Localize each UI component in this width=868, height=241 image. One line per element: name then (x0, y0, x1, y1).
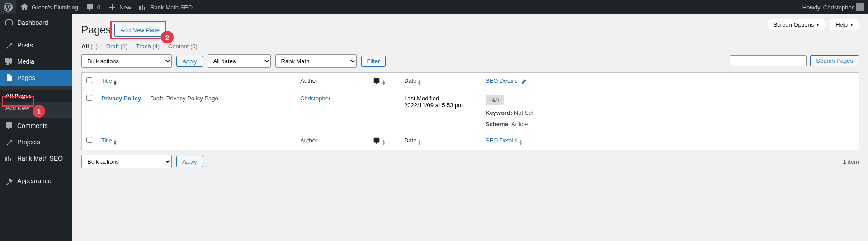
items-count-bottom: 1 item (843, 158, 859, 165)
add-new-page-button[interactable]: Add New Page (114, 24, 165, 37)
filter-button[interactable]: Filter (361, 56, 386, 67)
row-comments: — (368, 90, 400, 132)
filter-all[interactable]: All (81, 43, 89, 50)
pin-icon (5, 41, 14, 50)
col-title-footer[interactable]: Title (97, 132, 296, 150)
menu-media[interactable]: Media (0, 53, 72, 70)
menu-rankmath[interactable]: Rank Math SEO (0, 150, 72, 166)
admin-sidebar: Dashboard Posts Media Pages All Pages Ad… (0, 14, 72, 241)
search-input[interactable] (730, 55, 807, 66)
menu-pages-label: Pages (17, 74, 35, 81)
row-checkbox[interactable] (86, 95, 92, 101)
menu-comments[interactable]: Comments (0, 118, 72, 134)
col-author-footer[interactable]: Author (296, 132, 368, 150)
row-title-link[interactable]: Privacy Policy (101, 95, 141, 102)
menu-dashboard[interactable]: Dashboard (0, 14, 72, 31)
search-button[interactable]: Search Pages (810, 55, 859, 66)
apply-button-bottom[interactable]: Apply (176, 156, 203, 167)
filter-draft[interactable]: Draft (106, 43, 119, 50)
menu-posts[interactable]: Posts (0, 37, 72, 53)
menu-projects[interactable]: Projects (0, 134, 72, 150)
home-icon (20, 3, 29, 12)
row-date: Last Modified 2022/11/09 at 5:53 pm (400, 90, 481, 132)
menu-appearance-label: Appearance (17, 177, 52, 184)
col-comments-footer[interactable] (368, 132, 400, 150)
wp-logo[interactable] (0, 0, 16, 14)
user-account[interactable]: Howdy, Christopher (799, 0, 868, 14)
comment-bubble-icon (373, 77, 381, 85)
apply-button-top[interactable]: Apply (176, 56, 203, 67)
seo-badge: N/A (486, 95, 504, 105)
rankmath-link[interactable]: Rank Math SEO (135, 0, 196, 14)
menu-projects-label: Projects (17, 138, 40, 146)
col-title-header[interactable]: Title (97, 73, 296, 90)
row-seo: N/A Keyword: Not Set Schema: Article (481, 90, 859, 132)
status-filter-links: All (1) | Draft (1) | Trash (4) | Conten… (81, 43, 859, 50)
menu-comments-label: Comments (17, 122, 48, 129)
select-all-top[interactable] (86, 77, 92, 83)
bulk-actions-select-top[interactable]: Bulk actions (81, 54, 172, 68)
col-date-header[interactable]: Date (400, 73, 481, 90)
col-seo-footer[interactable]: SEO Details (481, 132, 859, 150)
annotation-badge-1: 1 (33, 105, 45, 118)
filter-content[interactable]: Content (0) (168, 43, 198, 50)
pages-table: Title Author Date SEO Details Privacy Po… (81, 72, 859, 150)
projects-icon (5, 137, 14, 146)
filter-trash[interactable]: Trash (136, 43, 151, 50)
comments-count: 0 (97, 4, 100, 11)
new-link[interactable]: New (104, 0, 135, 14)
row-author-link[interactable]: Christopher (300, 95, 330, 102)
chart-icon (138, 3, 147, 12)
howdy-text: Howdy, Christopher (802, 4, 854, 11)
submenu-all-pages[interactable]: All Pages (0, 90, 72, 102)
col-seo-header[interactable]: SEO Details (481, 73, 859, 90)
media-icon (5, 57, 14, 66)
main-content: Screen Options Help Pages Add New Page 2… (72, 14, 868, 241)
avatar (856, 3, 864, 11)
menu-dashboard-label: Dashboard (17, 19, 48, 26)
site-name: Green's Plumbing (32, 4, 78, 11)
menu-posts-label: Posts (17, 42, 33, 49)
select-all-bottom[interactable] (86, 137, 92, 143)
menu-rankmath-label: Rank Math SEO (17, 155, 63, 162)
col-date-footer[interactable]: Date (400, 132, 481, 150)
pencil-icon (521, 78, 527, 85)
appearance-icon (5, 176, 14, 185)
comments-icon (5, 121, 14, 130)
site-name-link[interactable]: Green's Plumbing (16, 0, 82, 14)
admin-toolbar: Green's Plumbing 0 New Rank Math SEO How… (0, 0, 868, 14)
menu-appearance[interactable]: Appearance (0, 173, 72, 189)
row-post-state: — Draft, Privacy Policy Page (141, 95, 218, 102)
menu-pages[interactable]: Pages (0, 70, 72, 86)
comment-bubble-icon (373, 137, 381, 145)
pages-icon (5, 73, 14, 82)
wordpress-icon (4, 3, 13, 12)
table-row: Privacy Policy — Draft, Privacy Policy P… (82, 90, 859, 132)
dates-select[interactable]: All dates (208, 54, 271, 68)
bulk-actions-select-bottom[interactable]: Bulk actions (81, 155, 172, 168)
search-pages: Search Pages (730, 55, 859, 66)
rankmath-label: Rank Math SEO (150, 4, 193, 11)
dashboard-icon (5, 18, 14, 27)
comments-link[interactable]: 0 (82, 0, 104, 14)
col-comments-header[interactable] (368, 73, 400, 90)
annotation-badge-2: 2 (161, 31, 174, 43)
page-title: Pages (81, 24, 111, 36)
plus-icon (108, 3, 117, 12)
comment-icon (85, 3, 94, 12)
col-author-header[interactable]: Author (296, 73, 368, 90)
rankmath-icon (5, 154, 14, 163)
menu-media-label: Media (17, 58, 34, 65)
new-label: New (119, 4, 131, 11)
rankmath-select[interactable]: Rank Math (275, 54, 357, 68)
